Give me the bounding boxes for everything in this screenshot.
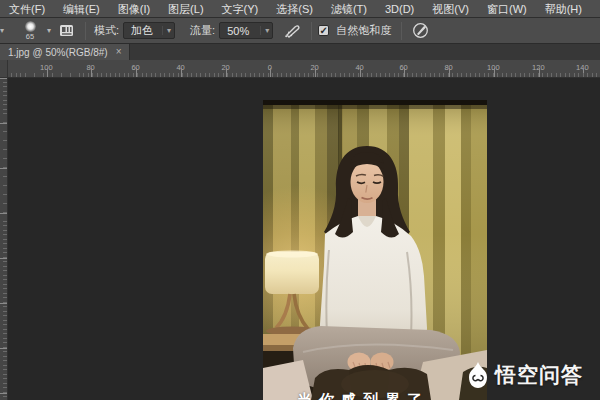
canvas-area[interactable]: 当你感到累了 [8, 78, 600, 400]
vibrance-checkbox[interactable]: ✓ [318, 25, 329, 36]
brush-size-value: 65 [26, 33, 34, 40]
airbrush-toggle-button[interactable] [279, 20, 305, 42]
spacer [181, 22, 182, 40]
menu-item[interactable]: 选择(S) [267, 0, 322, 18]
ruler-major-tick [449, 68, 450, 77]
flow-label: 流量: [190, 23, 215, 38]
ruler-major-tick [583, 68, 584, 77]
menu-item[interactable]: 帮助(H) [536, 0, 591, 18]
ruler-major-tick [270, 68, 271, 77]
mode-value: 加色 [131, 23, 153, 38]
chevron-down-icon: ▾ [162, 26, 171, 35]
ruler-major-tick [494, 68, 495, 77]
menu-item[interactable]: 视图(V) [423, 0, 478, 18]
menu-item[interactable]: 窗口(W) [478, 0, 536, 18]
document-tab[interactable]: 1.jpg @ 50%(RGB/8#) × [0, 44, 130, 60]
soft-brush-preview-icon [25, 21, 36, 32]
menu-bar: 文件(F)编辑(E)图像(I)图层(L)文字(Y)选择(S)滤镜(T)3D(D)… [0, 0, 600, 18]
brush-pressure-button[interactable] [408, 20, 433, 42]
airbrush-icon [283, 23, 301, 39]
photoshop-window: 文件(F)编辑(E)图像(I)图层(L)文字(Y)选择(S)滤镜(T)3D(D)… [0, 0, 600, 400]
menu-item[interactable]: 编辑(E) [54, 0, 109, 18]
separator [311, 22, 312, 40]
photo-document[interactable]: 当你感到累了 [263, 100, 487, 400]
photo-artwork [263, 100, 487, 400]
mode-label: 模式: [94, 23, 119, 38]
menu-item[interactable]: 文件(F) [0, 0, 54, 18]
vertical-ruler[interactable] [0, 78, 8, 400]
photo-subtitle-partial: 当你感到累了 [297, 391, 487, 400]
ruler-major-tick [91, 68, 92, 77]
watermark: 悟空问答 [466, 361, 583, 389]
ruler-major-tick [360, 68, 361, 77]
close-icon[interactable]: × [116, 47, 122, 57]
ruler-major-tick [181, 68, 182, 77]
horizontal-ruler[interactable]: 10080604020020406080100120140 [8, 60, 600, 78]
ruler-major-tick [315, 68, 316, 77]
ruler-major-tick [539, 68, 540, 77]
vibrance-label: 自然饱和度 [336, 23, 391, 38]
flow-value: 50% [227, 25, 249, 37]
ruler-major-tick [226, 68, 227, 77]
menu-item[interactable]: 3D(D) [376, 0, 423, 18]
mode-dropdown[interactable]: 加色 ▾ [123, 22, 175, 39]
ruler-corner [0, 60, 8, 78]
watermark-text: 悟空问答 [495, 361, 583, 389]
menu-item[interactable]: 图像(I) [109, 0, 159, 18]
brush-preset-picker[interactable]: 65 [17, 21, 43, 40]
ruler-major-tick [47, 68, 48, 77]
menu-item[interactable]: 图层(L) [159, 0, 212, 18]
menu-item[interactable]: 文字(Y) [213, 0, 268, 18]
separator [401, 22, 402, 40]
ruler-major-tick [136, 68, 137, 77]
chevron-down-icon: ▾ [260, 26, 269, 35]
ruler-major-tick [404, 68, 405, 77]
tool-preset-chevron-partial-icon[interactable]: ▾ [0, 22, 9, 39]
document-tab-bar: 1.jpg @ 50%(RGB/8#) × [0, 44, 600, 60]
tool-options-bar: ▾ 65 ▾ 模式: 加色 ▾ 流量: 50% ▾ [0, 18, 600, 44]
document-tab-title: 1.jpg @ 50%(RGB/8#) [8, 47, 108, 58]
wukong-monkey-logo-icon [466, 361, 490, 389]
brush-pressure-icon [412, 22, 429, 39]
brush-panel-icon [59, 23, 75, 38]
chevron-down-icon[interactable]: ▾ [47, 26, 51, 35]
separator [85, 22, 86, 40]
flow-dropdown[interactable]: 50% ▾ [219, 22, 273, 39]
menu-item[interactable]: 滤镜(T) [322, 0, 376, 18]
brush-panel-toggle-button[interactable] [55, 20, 79, 42]
